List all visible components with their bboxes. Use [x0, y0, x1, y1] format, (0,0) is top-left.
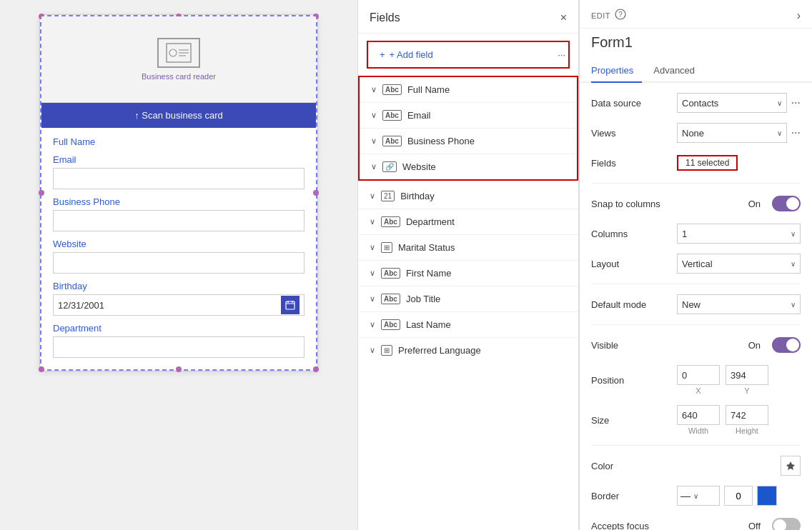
visible-label: Visible	[591, 340, 677, 351]
snap-toggle-label: On	[748, 199, 761, 209]
help-icon[interactable]: ?	[615, 9, 626, 22]
divider	[591, 445, 801, 446]
chevron-down-icon: ∨	[791, 230, 796, 238]
scan-button[interactable]: ↑ Scan business card	[41, 103, 316, 128]
email-label: Email	[53, 154, 304, 165]
default-mode-label: Default mode	[591, 299, 677, 310]
visible-toggle[interactable]	[772, 337, 801, 353]
svg-text:?: ?	[618, 11, 623, 19]
biz-card-label: Business card reader	[142, 72, 216, 81]
data-source-value-group: Contacts ∨ ···	[677, 93, 801, 113]
handle-left[interactable]	[39, 190, 44, 196]
website-input[interactable]	[53, 252, 304, 274]
border-line-icon: —	[680, 490, 690, 501]
field-item-preferred-language[interactable]: ∨ ⊞ Preferred Language	[358, 338, 578, 363]
views-row: Views None ∨ ···	[591, 123, 801, 143]
layout-value-group: Vertical ∨	[677, 254, 801, 274]
accepts-focus-value-group: Off	[677, 518, 801, 530]
abc-icon: Abc	[381, 294, 400, 304]
data-source-select[interactable]: Contacts ∨	[677, 93, 787, 113]
size-width-input[interactable]: 640	[677, 405, 720, 425]
border-color-swatch[interactable]	[757, 486, 777, 506]
field-item-birthday[interactable]: ∨ 21 Birthday	[358, 184, 578, 209]
fields-label: Fields	[591, 158, 677, 169]
position-y-pair: 394 Y	[726, 365, 768, 395]
columns-select[interactable]: 1 ∨	[677, 224, 801, 244]
color-swatch[interactable]	[781, 456, 801, 476]
chevron-down-icon: ∨	[370, 294, 375, 304]
abc-icon: Abc	[382, 110, 402, 121]
abc-icon: Abc	[381, 268, 400, 279]
snap-to-columns-toggle[interactable]	[772, 196, 801, 211]
position-label: Position	[591, 375, 677, 386]
props-section: Data source Contacts ∨ ··· Views None ∨ …	[580, 83, 812, 530]
accepts-focus-toggle[interactable]	[772, 518, 801, 530]
chevron-down-icon: ∨	[371, 111, 377, 120]
department-input[interactable]	[53, 336, 304, 358]
add-field-button[interactable]: + + Add field	[368, 42, 558, 67]
chevron-down-icon: ∨	[370, 217, 375, 226]
form-body: Full Name Email Business Phone Website B…	[41, 128, 316, 369]
birthday-input[interactable]: 12/31/2001	[53, 294, 304, 316]
tab-advanced[interactable]: Advanced	[653, 59, 703, 83]
layout-text: Vertical	[682, 259, 713, 269]
position-value-group: 0 X 394 Y	[677, 365, 801, 395]
fields-panel: Fields × + + Add field ··· ∨ Abc Full Na…	[357, 0, 579, 530]
chevron-down-icon: ∨	[791, 260, 796, 268]
unselected-fields-group: ∨ 21 Birthday ∨ Abc Department ∨ ⊞ Marit…	[358, 184, 578, 363]
accepts-focus-label: Accepts focus	[591, 521, 677, 531]
tab-properties[interactable]: Properties	[591, 59, 642, 83]
abc-icon: Abc	[381, 216, 400, 227]
calendar-icon[interactable]	[281, 296, 299, 314]
border-width-input[interactable]: 0	[724, 486, 753, 506]
handle-bottom-left[interactable]	[39, 366, 44, 372]
fields-badge[interactable]: 11 selected	[677, 155, 738, 171]
border-style-select[interactable]: — ∨	[677, 486, 720, 506]
business-phone-input[interactable]	[53, 210, 304, 231]
layout-select[interactable]: Vertical ∨	[677, 254, 801, 274]
field-name-birthday: Birthday	[400, 191, 435, 201]
field-name-website: Website	[402, 161, 436, 172]
more-icon[interactable]: ···	[791, 126, 801, 139]
chevron-down-icon: ∨	[371, 85, 377, 94]
handle-bottom[interactable]	[176, 366, 182, 372]
default-mode-select[interactable]: New ∨	[677, 294, 801, 314]
form-name: Form1	[580, 29, 812, 59]
snap-to-columns-label: Snap to columns	[591, 199, 677, 209]
field-item-email[interactable]: ∨ Abc Email	[360, 103, 577, 129]
edit-label: EDIT	[591, 11, 610, 20]
views-value-group: None ∨ ···	[677, 123, 801, 143]
views-select[interactable]: None ∨	[677, 123, 787, 143]
email-input[interactable]	[53, 168, 304, 189]
size-height-pair: 742 Height	[726, 405, 768, 435]
chevron-down-icon: ∨	[791, 301, 796, 309]
position-x-input[interactable]: 0	[677, 365, 720, 385]
form-card-inner: Business card reader ↑ Scan business car…	[40, 15, 317, 371]
more-options-icon[interactable]: ···	[558, 49, 568, 60]
divider	[591, 324, 801, 325]
field-item-website[interactable]: ∨ 🔗 Website	[360, 154, 577, 179]
size-height-input[interactable]: 742	[726, 405, 768, 425]
field-item-job-title[interactable]: ∨ Abc Job Title	[358, 286, 578, 312]
expand-icon[interactable]: ›	[797, 9, 801, 22]
handle-right[interactable]	[313, 190, 319, 196]
position-y-input[interactable]: 394	[726, 365, 768, 385]
grid-icon: ⊞	[381, 242, 392, 253]
handle-bottom-right[interactable]	[313, 366, 319, 372]
position-row: Position 0 X 394 Y	[591, 365, 801, 395]
field-item-first-name[interactable]: ∨ Abc First Name	[358, 261, 578, 286]
selected-fields-group: ∨ Abc Full Name ∨ Abc Email ∨ Abc Busine…	[358, 76, 578, 181]
position-x-pair: 0 X	[677, 365, 720, 395]
visible-row: Visible On	[591, 335, 801, 355]
more-icon[interactable]: ···	[791, 96, 801, 109]
size-label: Size	[591, 415, 677, 426]
department-label: Department	[53, 323, 304, 334]
field-item-last-name[interactable]: ∨ Abc Last Name	[358, 312, 578, 338]
field-item-full-name[interactable]: ∨ Abc Full Name	[360, 77, 577, 103]
field-item-business-phone[interactable]: ∨ Abc Business Phone	[360, 129, 577, 154]
divider	[591, 284, 801, 284]
field-item-department[interactable]: ∨ Abc Department	[358, 209, 578, 235]
close-icon[interactable]: ×	[560, 11, 567, 24]
field-item-marital-status[interactable]: ∨ ⊞ Marital Status	[358, 235, 578, 261]
divider	[591, 183, 801, 184]
